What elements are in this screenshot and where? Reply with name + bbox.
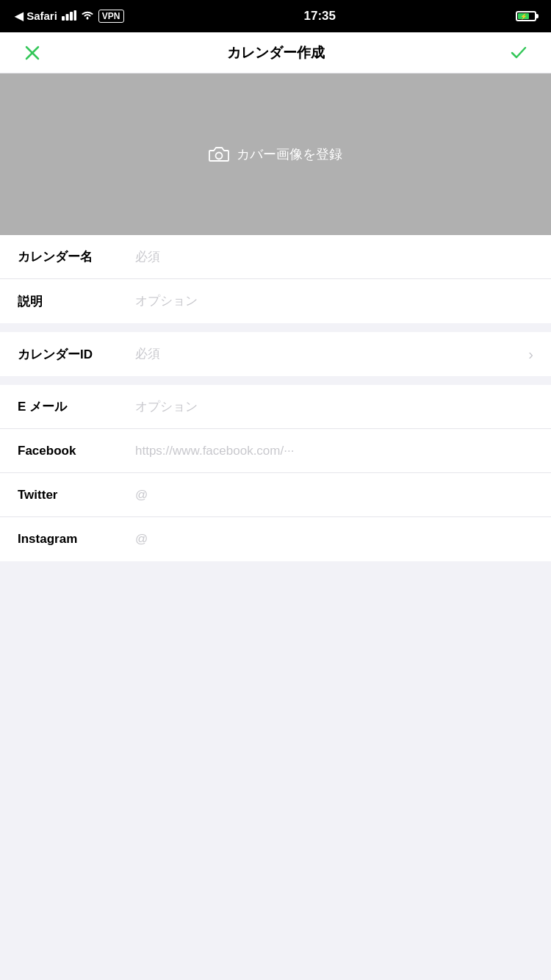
svg-rect-0 (62, 16, 65, 21)
battery-fill: ⚡ (518, 13, 529, 19)
svg-rect-1 (65, 14, 68, 21)
battery-icon: ⚡ (516, 11, 536, 21)
twitter-row[interactable]: Twitter (0, 473, 551, 517)
social-section: E メール Facebook Twitter Instagram (0, 385, 551, 561)
svg-point-4 (86, 17, 88, 19)
close-button[interactable] (18, 38, 47, 68)
section-gap-1 (0, 323, 551, 332)
svg-rect-2 (70, 12, 73, 21)
facebook-input[interactable] (135, 444, 533, 458)
instagram-label: Instagram (18, 532, 135, 547)
calendar-name-row[interactable]: カレンダー名 (0, 235, 551, 279)
calendar-id-section: カレンダーID › (0, 332, 551, 376)
calendar-name-input[interactable] (135, 250, 533, 264)
description-label: 説明 (18, 293, 135, 310)
section-gap-3 (0, 561, 551, 570)
email-input[interactable] (135, 400, 533, 414)
chevron-icon: › (528, 346, 533, 363)
vpn-label: VPN (98, 10, 124, 23)
battery-bolt: ⚡ (520, 13, 527, 20)
camera-icon (209, 145, 229, 163)
confirm-button[interactable] (504, 38, 533, 68)
carrier-label: ◀ Safari (15, 10, 57, 23)
instagram-row[interactable]: Instagram (0, 517, 551, 561)
email-row[interactable]: E メール (0, 385, 551, 429)
signal-bars (62, 10, 76, 23)
twitter-input[interactable] (135, 488, 533, 502)
basic-info-section: カレンダー名 説明 (0, 235, 551, 323)
status-right: ⚡ (516, 11, 536, 21)
status-time: 17:35 (304, 9, 336, 24)
instagram-input[interactable] (135, 532, 533, 547)
status-bar: ◀ Safari VPN 17:35 ⚡ (0, 0, 551, 32)
nav-bar: カレンダー作成 (0, 32, 551, 73)
description-input[interactable] (135, 294, 533, 309)
calendar-id-label: カレンダーID (18, 346, 135, 363)
calendar-id-row[interactable]: カレンダーID › (0, 332, 551, 376)
page-title: カレンダー作成 (227, 43, 325, 62)
section-gap-2 (0, 376, 551, 385)
calendar-id-input[interactable] (135, 347, 522, 361)
description-row[interactable]: 説明 (0, 279, 551, 323)
facebook-row[interactable]: Facebook (0, 429, 551, 473)
svg-rect-3 (73, 10, 76, 21)
facebook-label: Facebook (18, 444, 135, 458)
status-left: ◀ Safari VPN (15, 10, 124, 23)
cover-image-area[interactable]: カバー画像を登録 (0, 73, 551, 235)
wifi-icon (81, 10, 94, 23)
calendar-name-label: カレンダー名 (18, 248, 135, 265)
email-label: E メール (18, 398, 135, 415)
cover-text: カバー画像を登録 (237, 145, 342, 163)
cover-label: カバー画像を登録 (209, 145, 342, 163)
svg-point-7 (216, 153, 223, 159)
twitter-label: Twitter (18, 488, 135, 502)
